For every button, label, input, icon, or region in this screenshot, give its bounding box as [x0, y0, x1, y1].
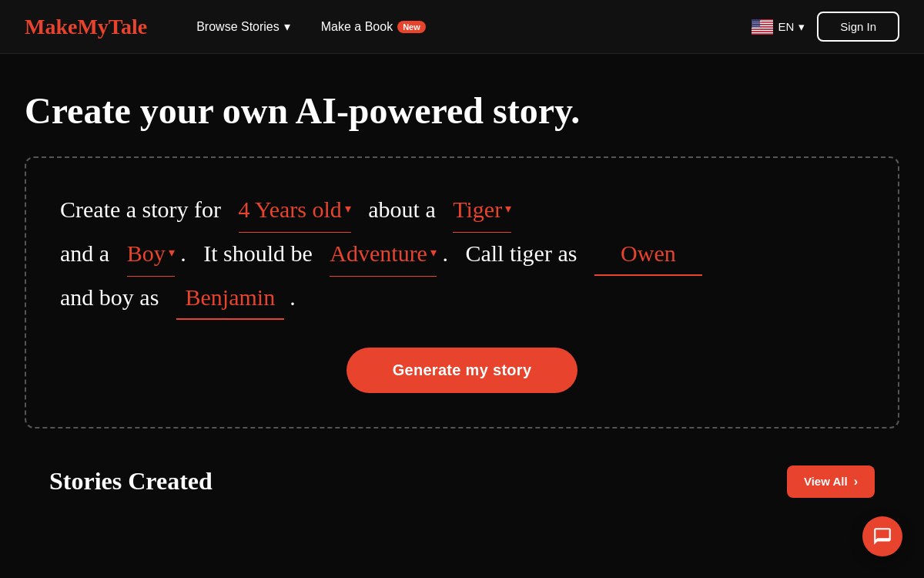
hero-title: Create your own AI-powered story. — [25, 91, 899, 132]
stories-section: Stories Created View All › — [25, 465, 899, 498]
generate-button-wrap: Generate my story — [60, 348, 864, 393]
character-chevron-icon: ▾ — [169, 242, 175, 264]
animal-value: Tiger — [453, 189, 502, 230]
animal-dropdown[interactable]: Tiger ▾ — [453, 189, 511, 233]
svg-rect-7 — [752, 27, 773, 29]
language-selector[interactable]: ★★★★★★ ★★★★★★ ★★★★★★ ★★★★★ EN ▾ — [752, 19, 805, 35]
svg-rect-9 — [752, 29, 773, 31]
animal-chevron-icon: ▾ — [505, 198, 511, 220]
genre-chevron-icon: ▾ — [430, 242, 437, 264]
lang-label: EN — [778, 20, 794, 33]
browse-stories-chevron-icon: ▾ — [284, 19, 290, 34]
logo-part2: Tale — [109, 15, 147, 39]
chat-icon — [872, 526, 892, 546]
hero-section: Create your own AI-powered story. Create… — [0, 54, 924, 541]
svg-rect-8 — [752, 29, 773, 30]
text-period2: . — [442, 240, 448, 266]
genre-value: Adventure — [330, 233, 427, 274]
nav-right: ★★★★★★ ★★★★★★ ★★★★★★ ★★★★★ EN ▾ Sign In — [752, 12, 899, 42]
text-call-tiger: Call tiger as — [465, 240, 577, 266]
text-period3: . — [290, 284, 296, 310]
view-all-arrow-icon: › — [854, 475, 858, 489]
svg-rect-11 — [752, 32, 773, 33]
age-value: 4 Years old — [239, 189, 342, 230]
age-dropdown[interactable]: 4 Years old ▾ — [239, 189, 351, 233]
story-creator-box: Create a story for 4 Years old ▾ about a… — [25, 156, 899, 428]
navbar: MakeMyTale Browse Stories ▾ Make a Book … — [0, 0, 924, 54]
nav-browse-stories[interactable]: Browse Stories ▾ — [184, 13, 303, 40]
text-create: Create a story for — [60, 197, 221, 222]
chat-bubble-button[interactable] — [862, 516, 902, 556]
view-all-button[interactable]: View All › — [787, 465, 875, 498]
age-chevron-icon: ▾ — [345, 198, 351, 220]
new-badge: New — [397, 21, 426, 33]
logo-part1: MakeMy — [25, 15, 109, 39]
nav-links: Browse Stories ▾ Make a Book New — [184, 13, 752, 40]
tiger-name-input[interactable]: Owen — [594, 233, 702, 276]
stories-header: Stories Created View All › — [49, 465, 875, 498]
logo[interactable]: MakeMyTale — [25, 15, 147, 39]
flag-icon: ★★★★★★ ★★★★★★ ★★★★★★ ★★★★★ — [752, 19, 773, 35]
generate-story-button[interactable]: Generate my story — [346, 348, 578, 393]
text-about: about a — [368, 197, 435, 222]
svg-rect-12 — [752, 33, 773, 35]
stories-title: Stories Created — [49, 467, 213, 496]
text-period1: . — [180, 240, 186, 266]
boy-name-input[interactable]: Benjamin — [176, 277, 284, 320]
svg-rect-10 — [752, 31, 773, 32]
genre-dropdown[interactable]: Adventure ▾ — [330, 233, 437, 277]
text-should-be: It should be — [203, 240, 313, 266]
character-dropdown[interactable]: Boy ▾ — [127, 233, 175, 277]
sign-in-button[interactable]: Sign In — [817, 12, 899, 42]
text-and: and a — [60, 240, 109, 266]
lang-chevron-icon: ▾ — [798, 20, 805, 34]
text-and-boy: and boy as — [60, 284, 159, 310]
story-sentence: Create a story for 4 Years old ▾ about a… — [60, 189, 864, 320]
nav-make-book[interactable]: Make a Book New — [309, 14, 438, 40]
character-value: Boy — [127, 233, 166, 274]
